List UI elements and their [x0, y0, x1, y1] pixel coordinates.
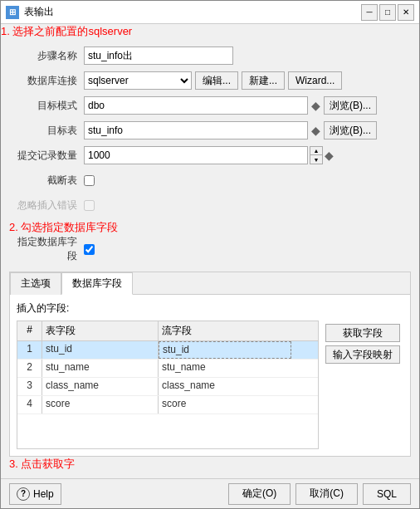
truncate-checkbox[interactable]: [84, 175, 95, 186]
help-icon: ?: [17, 487, 30, 501]
target-table-input[interactable]: [84, 121, 308, 139]
window-icon: ⊞: [6, 6, 19, 19]
table-right-buttons: 获取字段 输入字段映射: [322, 321, 403, 449]
target-table-controls: ◆ 浏览(B)...: [84, 121, 377, 139]
spin-buttons: ▲ ▼: [310, 146, 323, 164]
target-schema-input[interactable]: [84, 96, 308, 115]
bottom-right-buttons: 确定(O) 取消(C) SQL: [228, 483, 411, 505]
annotation-step3: 3. 点击获取字: [9, 457, 411, 472]
col-table-field: 表字段: [42, 321, 159, 340]
step-name-label: 步骤名称: [9, 49, 84, 63]
row-id: 3: [17, 378, 42, 395]
target-schema-label: 目标模式: [9, 99, 84, 113]
row-table-field: score: [42, 396, 159, 414]
row-id: 1: [17, 341, 42, 359]
col-hash: #: [17, 321, 42, 340]
tab-main[interactable]: 主选项: [10, 272, 61, 295]
submit-count-input[interactable]: [84, 146, 308, 164]
table-row[interactable]: 1 stu_id stu_id: [17, 341, 318, 360]
tab-header: 主选项 数据库字段: [10, 272, 410, 295]
submit-count-row: 提交记录数量 ▲ ▼ ◆: [9, 145, 411, 165]
row-stream-field: stu_id: [159, 341, 291, 359]
specify-db-field-label: 指定数据库字段: [9, 235, 84, 263]
confirm-button[interactable]: 确定(O): [228, 483, 291, 505]
table-diamond-icon: ◆: [311, 124, 320, 137]
form-content: 步骤名称 数据库连接 sqlserver 编辑... 新建... Wizard.…: [1, 39, 419, 478]
target-table-label: 目标表: [9, 124, 84, 138]
target-schema-row: 目标模式 ◆ 浏览(B)...: [9, 95, 411, 115]
truncate-row: 截断表: [9, 170, 411, 190]
cancel-button[interactable]: 取消(C): [295, 483, 358, 505]
db-connect-controls: sqlserver 编辑... 新建... Wizard...: [84, 71, 342, 90]
spin-up-button[interactable]: ▲: [310, 147, 322, 155]
submit-count-controls: ▲ ▼ ◆: [84, 146, 334, 164]
title-controls: ─ □ ✕: [361, 4, 414, 21]
tab-db-field-content: 插入的字段: # 表字段 流字段 1 stu_id stu_id: [10, 295, 410, 456]
specify-db-field-row: 指定数据库字段: [9, 235, 411, 263]
maximize-button[interactable]: □: [379, 4, 396, 21]
submit-count-label: 提交记录数量: [9, 149, 84, 163]
row-table-field: class_name: [42, 378, 159, 395]
tab-container: 主选项 数据库字段 插入的字段: # 表字段 流字段: [9, 272, 411, 457]
annotation-step1: 1. 选择之前配置的sqlserver: [1, 24, 419, 39]
table-row[interactable]: 3 class_name class_name: [17, 378, 318, 396]
schema-browse-button[interactable]: 浏览(B)...: [324, 96, 377, 115]
title-bar: ⊞ 表输出 ─ □ ✕: [1, 1, 419, 24]
ignore-insert-label: 忽略插入错误: [9, 198, 84, 213]
table-header: # 表字段 流字段: [17, 321, 318, 341]
table-rows: 1 stu_id stu_id 2 stu_name stu_name 3 cl…: [17, 341, 318, 448]
spin-down-button[interactable]: ▼: [310, 155, 322, 164]
target-table-row: 目标表 ◆ 浏览(B)...: [9, 120, 411, 140]
db-connection-select[interactable]: sqlserver: [84, 71, 192, 90]
row-table-field: stu_id: [42, 341, 159, 359]
ignore-insert-row: 忽略插入错误: [9, 195, 411, 215]
db-connection-label: 数据库连接: [9, 74, 84, 88]
row-stream-field: stu_name: [159, 360, 291, 377]
wizard-button[interactable]: Wizard...: [288, 71, 342, 90]
step-name-input[interactable]: [84, 46, 233, 65]
fields-table: # 表字段 流字段 1 stu_id stu_id 2 stu_name stu…: [17, 321, 319, 449]
minimize-button[interactable]: ─: [361, 4, 378, 21]
sql-button[interactable]: SQL: [363, 483, 411, 505]
fields-table-area: # 表字段 流字段 1 stu_id stu_id 2 stu_name stu…: [17, 321, 319, 449]
new-button[interactable]: 新建...: [242, 71, 285, 90]
step-name-row: 步骤名称: [9, 46, 411, 66]
db-connection-row: 数据库连接 sqlserver 编辑... 新建... Wizard...: [9, 71, 411, 91]
help-label: Help: [33, 488, 54, 500]
specify-db-field-checkbox[interactable]: [84, 244, 95, 255]
section-title: 插入的字段:: [17, 301, 403, 316]
row-id: 2: [17, 360, 42, 377]
target-schema-controls: ◆ 浏览(B)...: [84, 96, 377, 115]
row-stream-field: score: [159, 396, 291, 414]
table-row[interactable]: 4 score score: [17, 396, 318, 414]
row-id: 4: [17, 396, 42, 414]
table-row[interactable]: 2 stu_name stu_name: [17, 360, 318, 378]
help-button[interactable]: ? Help: [9, 483, 61, 505]
table-browse-button[interactable]: 浏览(B)...: [324, 121, 377, 139]
count-diamond-icon: ◆: [325, 149, 334, 162]
bottom-bar: ? Help 确定(O) 取消(C) SQL: [1, 478, 419, 508]
window-title: 表输出: [24, 5, 54, 19]
close-button[interactable]: ✕: [398, 4, 414, 21]
edit-button[interactable]: 编辑...: [195, 71, 238, 90]
main-window: ⊞ 表输出 ─ □ ✕ 1. 选择之前配置的sqlserver 步骤名称 数据库…: [0, 0, 420, 509]
input-mapping-button[interactable]: 输入字段映射: [325, 345, 400, 364]
tab-db-field[interactable]: 数据库字段: [61, 272, 133, 295]
col-stream-field: 流字段: [159, 321, 291, 340]
row-stream-field: class_name: [159, 378, 291, 395]
row-table-field: stu_name: [42, 360, 159, 377]
tab-content-inner: # 表字段 流字段 1 stu_id stu_id 2 stu_name stu…: [17, 321, 403, 449]
get-fields-button[interactable]: 获取字段: [325, 324, 400, 342]
truncate-label: 截断表: [9, 174, 84, 188]
ignore-insert-checkbox[interactable]: [84, 200, 95, 211]
schema-diamond-icon: ◆: [311, 99, 320, 112]
title-bar-left: ⊞ 表输出: [6, 5, 54, 19]
annotation-step2: 2. 勾选指定数据库字段: [9, 220, 411, 235]
